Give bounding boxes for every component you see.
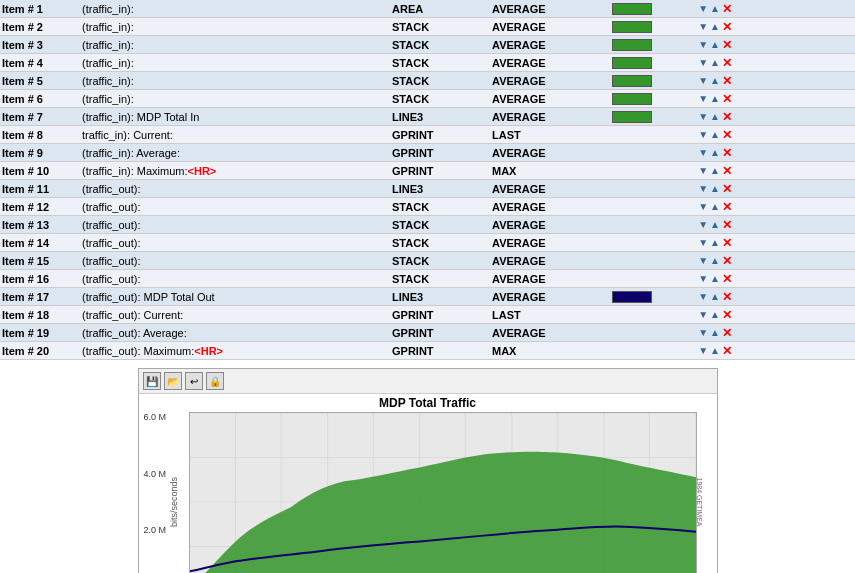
item-cf: AVERAGE — [492, 21, 612, 33]
color-swatch[interactable] — [612, 111, 652, 123]
delete-button[interactable]: ✕ — [722, 218, 732, 232]
move-down-button[interactable]: ▼ — [698, 238, 708, 248]
move-down-button[interactable]: ▼ — [698, 184, 708, 194]
move-down-button[interactable]: ▼ — [698, 22, 708, 32]
item-type: GPRINT — [392, 129, 492, 141]
move-down-button[interactable]: ▼ — [698, 274, 708, 284]
item-color — [612, 291, 672, 303]
item-actions: ▼▲✕ — [672, 182, 732, 196]
item-id: Item # 12 — [2, 201, 82, 213]
color-swatch[interactable] — [612, 75, 652, 87]
move-down-button[interactable]: ▼ — [698, 292, 708, 302]
move-up-button[interactable]: ▲ — [710, 76, 720, 86]
item-actions: ▼▲✕ — [672, 272, 732, 286]
delete-button[interactable]: ✕ — [722, 92, 732, 106]
move-down-button[interactable]: ▼ — [698, 112, 708, 122]
item-actions: ▼▲✕ — [672, 110, 732, 124]
delete-button[interactable]: ✕ — [722, 164, 732, 178]
delete-button[interactable]: ✕ — [722, 344, 732, 358]
item-id: Item # 5 — [2, 75, 82, 87]
browse-button[interactable]: 📂 — [164, 372, 182, 390]
delete-button[interactable]: ✕ — [722, 182, 732, 196]
delete-button[interactable]: ✕ — [722, 2, 732, 16]
item-actions: ▼▲✕ — [672, 38, 732, 52]
item-actions: ▼▲✕ — [672, 344, 732, 358]
item-id: Item # 4 — [2, 57, 82, 69]
table-row: Item # 5(traffic_in):STACKAVERAGE▼▲✕ — [0, 72, 855, 90]
delete-button[interactable]: ✕ — [722, 254, 732, 268]
table-row: Item # 14(traffic_out):STACKAVERAGE▼▲✕ — [0, 234, 855, 252]
delete-button[interactable]: ✕ — [722, 20, 732, 34]
move-down-button[interactable]: ▼ — [698, 256, 708, 266]
color-swatch[interactable] — [612, 3, 652, 15]
delete-button[interactable]: ✕ — [722, 56, 732, 70]
move-down-button[interactable]: ▼ — [698, 4, 708, 14]
item-cf: LAST — [492, 129, 612, 141]
color-swatch[interactable] — [612, 291, 652, 303]
move-down-button[interactable]: ▼ — [698, 130, 708, 140]
item-actions: ▼▲✕ — [672, 200, 732, 214]
table-row: Item # 3(traffic_in):STACKAVERAGE▼▲✕ — [0, 36, 855, 54]
move-up-button[interactable]: ▲ — [710, 220, 720, 230]
delete-button[interactable]: ✕ — [722, 74, 732, 88]
color-swatch[interactable] — [612, 21, 652, 33]
delete-button[interactable]: ✕ — [722, 290, 732, 304]
color-swatch[interactable] — [612, 93, 652, 105]
save-button[interactable]: 💾 — [143, 372, 161, 390]
move-down-button[interactable]: ▼ — [698, 58, 708, 68]
move-down-button[interactable]: ▼ — [698, 76, 708, 86]
move-down-button[interactable]: ▼ — [698, 94, 708, 104]
move-down-button[interactable]: ▼ — [698, 202, 708, 212]
item-id: Item # 19 — [2, 327, 82, 339]
move-up-button[interactable]: ▲ — [710, 22, 720, 32]
lock-button[interactable]: 🔒 — [206, 372, 224, 390]
delete-button[interactable]: ✕ — [722, 38, 732, 52]
move-down-button[interactable]: ▼ — [698, 166, 708, 176]
delete-button[interactable]: ✕ — [722, 326, 732, 340]
move-up-button[interactable]: ▲ — [710, 238, 720, 248]
refresh-button[interactable]: ↩ — [185, 372, 203, 390]
delete-button[interactable]: ✕ — [722, 146, 732, 160]
move-down-button[interactable]: ▼ — [698, 148, 708, 158]
item-desc: (traffic_out): MDP Total Out — [82, 291, 392, 303]
table-row: Item # 19(traffic_out): Average:GPRINTAV… — [0, 324, 855, 342]
delete-button[interactable]: ✕ — [722, 236, 732, 250]
move-up-button[interactable]: ▲ — [710, 292, 720, 302]
move-up-button[interactable]: ▲ — [710, 166, 720, 176]
move-down-button[interactable]: ▼ — [698, 220, 708, 230]
move-up-button[interactable]: ▲ — [710, 256, 720, 266]
item-color — [612, 75, 672, 87]
item-actions: ▼▲✕ — [672, 92, 732, 106]
item-type: LINE3 — [392, 111, 492, 123]
color-swatch[interactable] — [612, 39, 652, 51]
move-up-button[interactable]: ▲ — [710, 346, 720, 356]
move-down-button[interactable]: ▼ — [698, 346, 708, 356]
move-up-button[interactable]: ▲ — [710, 148, 720, 158]
move-up-button[interactable]: ▲ — [710, 112, 720, 122]
move-up-button[interactable]: ▲ — [710, 202, 720, 212]
move-down-button[interactable]: ▼ — [698, 40, 708, 50]
move-up-button[interactable]: ▲ — [710, 58, 720, 68]
delete-button[interactable]: ✕ — [722, 110, 732, 124]
item-type: STACK — [392, 75, 492, 87]
move-up-button[interactable]: ▲ — [710, 4, 720, 14]
move-up-button[interactable]: ▲ — [710, 310, 720, 320]
move-down-button[interactable]: ▼ — [698, 310, 708, 320]
move-up-button[interactable]: ▲ — [710, 184, 720, 194]
delete-button[interactable]: ✕ — [722, 308, 732, 322]
move-up-button[interactable]: ▲ — [710, 274, 720, 284]
move-up-button[interactable]: ▲ — [710, 130, 720, 140]
move-up-button[interactable]: ▲ — [710, 94, 720, 104]
delete-button[interactable]: ✕ — [722, 200, 732, 214]
delete-button[interactable]: ✕ — [722, 272, 732, 286]
color-swatch[interactable] — [612, 57, 652, 69]
move-down-button[interactable]: ▼ — [698, 328, 708, 338]
item-actions: ▼▲✕ — [672, 20, 732, 34]
delete-button[interactable]: ✕ — [722, 128, 732, 142]
y-label-6m: 6.0 M — [144, 412, 167, 422]
item-desc: (traffic_in): — [82, 21, 392, 33]
chart-wrapper: 💾 📂 ↩ 🔒 MDP Total Traffic bits/seconds 6… — [0, 368, 855, 573]
move-up-button[interactable]: ▲ — [710, 328, 720, 338]
move-up-button[interactable]: ▲ — [710, 40, 720, 50]
item-type: STACK — [392, 57, 492, 69]
